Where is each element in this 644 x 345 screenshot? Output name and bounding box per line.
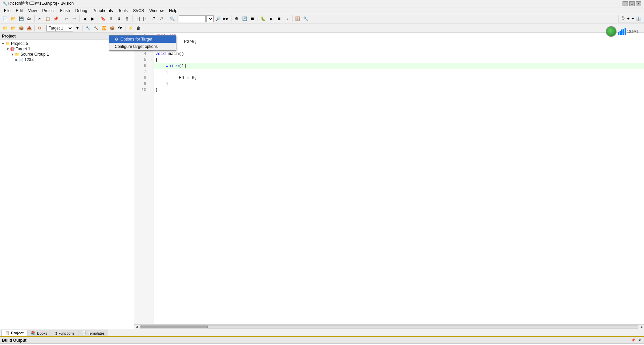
- code-line-4[interactable]: void main(): [154, 51, 644, 57]
- build-output-panel: Build Output 📌 × linking...Program Size:…: [0, 336, 644, 345]
- tree-expand-target1[interactable]: ▼: [6, 47, 9, 51]
- code-line-1[interactable]: #include: [154, 33, 644, 39]
- line-num-6: 6: [134, 63, 149, 69]
- paste-button[interactable]: 📌: [52, 15, 59, 22]
- export-button[interactable]: 📤: [25, 24, 33, 32]
- menu-item-help[interactable]: Help: [166, 8, 180, 14]
- cut-button[interactable]: ✂: [36, 15, 43, 22]
- tools-button[interactable]: 🔧: [302, 15, 309, 22]
- tree-item-123c[interactable]: ▶📄123.c: [0, 57, 134, 62]
- build-multi-btn[interactable]: 🔨: [92, 24, 100, 32]
- new-project-button[interactable]: 📁: [1, 24, 9, 32]
- tree-expand-root[interactable]: ▼: [1, 42, 5, 46]
- search-dropdown[interactable]: [206, 15, 214, 22]
- options-for-target-item[interactable]: ⚙ Options for Target...: [109, 36, 176, 43]
- stop-build-button[interactable]: ⏹: [249, 15, 256, 22]
- maximize-button[interactable]: □: [629, 1, 635, 6]
- erase-flash-btn[interactable]: 🗑: [135, 24, 142, 32]
- code-line-2[interactable]: sbit LED = P2^0;: [154, 39, 644, 45]
- build-output-pin-btn[interactable]: 📌: [630, 338, 637, 342]
- menu-item-svcs[interactable]: SVCS: [130, 8, 147, 14]
- menu-item-window[interactable]: Window: [147, 8, 166, 14]
- build-target-btn[interactable]: ▶▶: [222, 15, 230, 22]
- code-line-5[interactable]: {: [154, 57, 644, 63]
- menu-item-edit[interactable]: Edit: [13, 8, 25, 14]
- separator-t4: [125, 25, 125, 31]
- redo-button[interactable]: ↪: [70, 15, 78, 22]
- debug-button[interactable]: 🐛: [259, 15, 267, 22]
- tab-functions[interactable]: {} Functions: [51, 330, 78, 336]
- batch-build-btn[interactable]: 📦: [108, 24, 116, 32]
- code-line-10[interactable]: }: [154, 87, 644, 93]
- menu-item-tools[interactable]: Tools: [116, 8, 130, 14]
- close-button[interactable]: ×: [636, 1, 641, 6]
- collapse-7[interactable]: -: [149, 69, 154, 75]
- run-button[interactable]: ▶: [267, 15, 275, 22]
- rebuild-multi-btn[interactable]: 🔁: [100, 24, 108, 32]
- stop-debug-button[interactable]: ⏹: [275, 15, 283, 22]
- tab-project[interactable]: 📋 Project: [1, 330, 27, 336]
- prev-bookmark-button[interactable]: ⬆: [107, 15, 115, 22]
- code-line-7[interactable]: {: [154, 69, 644, 75]
- scroll-left-button[interactable]: ◀: [134, 325, 139, 329]
- minimize-button[interactable]: _: [623, 1, 628, 6]
- code-line-8[interactable]: LED = 0;: [154, 75, 644, 81]
- code-line-6[interactable]: while(1): [154, 63, 644, 69]
- tab-templates[interactable]: 📑 Templates: [78, 330, 108, 336]
- find-button[interactable]: 🔍: [168, 15, 176, 22]
- open-file-button[interactable]: 📂: [9, 15, 17, 22]
- build-output-close-btn[interactable]: ×: [637, 338, 642, 342]
- code-content[interactable]: #include sbit LED = P2^0; void main(){ w…: [154, 33, 644, 324]
- manage-project-button[interactable]: 🔧: [84, 24, 92, 32]
- code-line-9[interactable]: }: [154, 81, 644, 87]
- tab-books[interactable]: 📚 Books: [27, 330, 51, 336]
- save-button[interactable]: 💾: [17, 15, 25, 22]
- download-flash-btn[interactable]: ⚡: [127, 24, 134, 32]
- code-line-3[interactable]: [154, 45, 644, 51]
- menu-item-file[interactable]: File: [1, 8, 13, 14]
- tree-item-source-group-1[interactable]: ▼📁Source Group 1: [0, 52, 134, 57]
- code-editor[interactable]: 12345678910 -- #include sbit LED = P2^0;…: [134, 33, 644, 324]
- open-project-button[interactable]: 📂: [9, 24, 17, 32]
- bar-2: [620, 31, 621, 35]
- search-input[interactable]: cnt: [179, 15, 206, 22]
- indent-button[interactable]: →|: [134, 15, 141, 22]
- performance-indicator: 10.5MB: [603, 26, 641, 37]
- next-bookmark-button[interactable]: ⬇: [115, 15, 123, 22]
- separator-t2: [45, 25, 45, 31]
- configure-target-options-item[interactable]: Configure target options: [109, 43, 176, 50]
- menu-item-view[interactable]: View: [25, 8, 40, 14]
- options-for-target-button[interactable]: ⚙: [36, 24, 43, 32]
- open-map-btn[interactable]: 🗺: [116, 24, 124, 32]
- copy-button[interactable]: 📋: [44, 15, 51, 22]
- unindent-button[interactable]: |←: [142, 15, 149, 22]
- menu-item-peripherals[interactable]: Peripherals: [90, 8, 116, 14]
- undo-button[interactable]: ↩: [62, 15, 70, 22]
- comment-button[interactable]: //: [150, 15, 157, 22]
- navigate-back-button[interactable]: ◀: [81, 15, 88, 22]
- search-go-button[interactable]: 🔎: [214, 15, 222, 22]
- uncomment-button[interactable]: /*: [158, 15, 165, 22]
- window-option-button[interactable]: 🪟: [294, 15, 301, 22]
- menu-item-project[interactable]: Project: [40, 8, 57, 14]
- hscroll-thumb[interactable]: [141, 326, 208, 328]
- scroll-right-button[interactable]: ▶: [639, 325, 644, 329]
- step-button[interactable]: ↓: [283, 15, 291, 22]
- target-selector[interactable]: Target 1: [46, 25, 73, 31]
- clear-bookmark-button[interactable]: 🗑: [123, 15, 131, 22]
- new-file-button[interactable]: 📄: [1, 15, 9, 22]
- close-project-button[interactable]: 📦: [17, 24, 25, 32]
- hscroll-track[interactable]: [140, 325, 638, 329]
- tree-expand-source-group-1[interactable]: ▼: [11, 53, 14, 56]
- target-dropdown-btn[interactable]: ▼: [74, 24, 81, 32]
- save-all-button[interactable]: 🗂: [25, 15, 33, 22]
- menu-item-flash[interactable]: Flash: [57, 8, 72, 14]
- collapse-5[interactable]: -: [149, 57, 154, 63]
- menu-item-debug[interactable]: Debug: [73, 8, 90, 14]
- build-button[interactable]: ⚙: [233, 15, 240, 22]
- tree-expand-123c[interactable]: ▶: [15, 58, 18, 62]
- bookmark-button[interactable]: 🔖: [99, 15, 107, 22]
- rebuild-button[interactable]: 🔄: [241, 15, 248, 22]
- language-indicator[interactable]: 英 ✦ ✦ 👔: [618, 15, 644, 22]
- navigate-forward-button[interactable]: ▶: [89, 15, 96, 22]
